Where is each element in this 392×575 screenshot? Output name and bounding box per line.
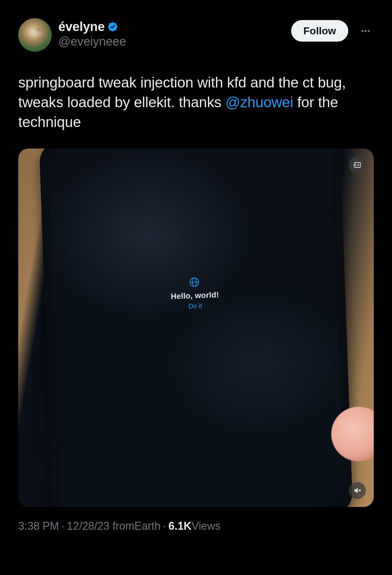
mute-button[interactable] [349, 482, 366, 499]
header-actions: Follow [291, 18, 374, 42]
meta-dot: · [59, 520, 67, 532]
mention-link[interactable]: @zhuowei [225, 94, 293, 110]
meta-location: Earth [134, 520, 160, 532]
svg-line-5 [190, 282, 198, 282]
tweet-meta: 3:38 PM · 12/28/23 from Earth · 6.1K Vie… [18, 520, 374, 532]
media-video[interactable]: Hello, world! Do it [18, 149, 374, 507]
meta-date[interactable]: 12/28/23 [67, 520, 109, 532]
tweet-container: évelyne @eveiyneee Follow springboard tw… [0, 0, 392, 545]
display-name[interactable]: évelyne [58, 19, 105, 34]
phone-text-top: Hello, world! [170, 289, 219, 302]
captions-button[interactable] [349, 156, 366, 173]
avatar[interactable] [18, 18, 52, 52]
ellipsis-icon [360, 26, 371, 36]
meta-dot: · [160, 520, 168, 532]
more-button[interactable] [357, 23, 374, 39]
svg-point-0 [361, 30, 363, 32]
tweet-text: springboard tweak injection with kfd and… [18, 73, 374, 132]
meta-time[interactable]: 3:38 PM [18, 520, 59, 532]
mute-icon [353, 486, 362, 495]
captions-icon [353, 161, 362, 169]
follow-button[interactable]: Follow [291, 20, 348, 42]
globe-icon [188, 276, 200, 288]
svg-point-2 [368, 30, 370, 32]
svg-point-1 [365, 30, 367, 32]
meta-from: from [112, 520, 134, 532]
views-label: Views [191, 520, 220, 532]
phone-text-bottom: Do it [171, 301, 220, 311]
handle[interactable]: @eveiyneee [58, 35, 284, 48]
phone-screen-content: Hello, world! Do it [170, 276, 219, 311]
verified-badge-icon [107, 21, 118, 32]
tweet-header: évelyne @eveiyneee Follow [18, 18, 374, 52]
phone-mockup: Hello, world! Do it [39, 149, 353, 507]
views-count[interactable]: 6.1K [168, 520, 191, 532]
author-block: évelyne @eveiyneee [58, 18, 284, 48]
